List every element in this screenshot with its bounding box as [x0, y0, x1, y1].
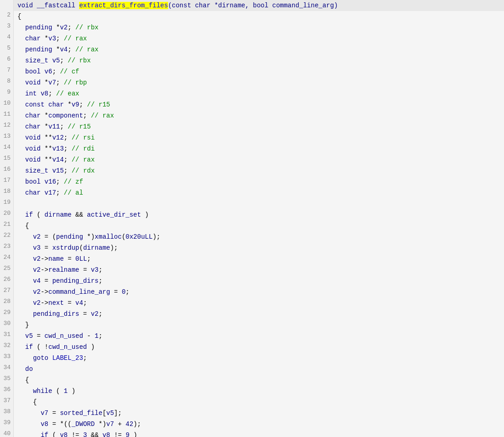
line-number: 24 — [0, 253, 14, 264]
code-line-content: while ( 1 ) — [14, 386, 504, 397]
code-line-content: { — [14, 397, 504, 408]
line-number: 2 — [0, 11, 14, 22]
line-number: 38 — [0, 408, 14, 419]
line-number: 30 — [0, 319, 14, 331]
code-line-content: { — [14, 375, 504, 386]
line-number: 34 — [0, 364, 14, 375]
line-number: 10 — [0, 99, 14, 110]
code-row: 24 v2->name = 0LL; — [0, 253, 504, 264]
line-number: 5 — [0, 44, 14, 55]
code-row: 31 v5 = cwd_n_used - 1; — [0, 331, 504, 342]
code-line-content: char *component; // rax — [14, 110, 504, 121]
line-number: 14 — [0, 143, 14, 154]
code-line-content: goto LABEL_23; — [14, 353, 504, 364]
line-number: 4 — [0, 33, 14, 44]
code-row: 20 if ( dirname && active_dir_set ) — [0, 209, 504, 220]
code-row: 14 void **v13; // rdi — [0, 143, 504, 154]
line-number: 28 — [0, 297, 14, 308]
code-line-content: void __fastcall extract_dirs_from_files(… — [14, 0, 504, 11]
code-line-content: int v8; // eax — [14, 88, 504, 99]
code-line-content: void *v7; // rbp — [14, 77, 504, 88]
code-row: 28 v2->next = v4; — [0, 297, 504, 308]
line-number: 18 — [0, 187, 14, 198]
code-line-content: if ( v8 != 3 && v8 != 9 ) — [14, 430, 504, 437]
line-number: 21 — [0, 220, 14, 231]
code-line-content: pending *v2; // rbx — [14, 22, 504, 33]
code-row: 11 char *component; // rax — [0, 110, 504, 121]
line-number: 11 — [0, 110, 14, 121]
code-row: 36 while ( 1 ) — [0, 386, 504, 397]
code-line-content: v2->realname = v3; — [14, 264, 504, 275]
code-row: 27 v2->command_line_arg = 0; — [0, 286, 504, 297]
line-number: 12 — [0, 121, 14, 132]
code-row: 15 void **v14; // rax — [0, 154, 504, 165]
code-row: 40 if ( v8 != 3 && v8 != 9 ) — [0, 430, 504, 437]
line-number: 22 — [0, 231, 14, 242]
code-line-content: char *v3; // rax — [14, 33, 504, 44]
code-table: void __fastcall extract_dirs_from_files(… — [0, 0, 504, 437]
code-line-content: void **v14; // rax — [14, 154, 504, 165]
code-row: 29 pending_dirs = v2; — [0, 308, 504, 319]
code-line-content: v7 = sorted_file[v5]; — [14, 408, 504, 419]
code-line-content: char *v11; // r15 — [14, 121, 504, 132]
code-row: 23 v3 = xstrdup(dirname); — [0, 242, 504, 253]
code-container: void __fastcall extract_dirs_from_files(… — [0, 0, 504, 437]
code-row: 30 } — [0, 319, 504, 331]
code-line-content: v3 = xstrdup(dirname); — [14, 242, 504, 253]
code-line-content — [14, 198, 504, 209]
line-number: 35 — [0, 375, 14, 386]
code-line-content: { — [14, 220, 504, 231]
code-line-content: if ( !cwd_n_used ) — [14, 342, 504, 353]
code-line-content: v2->next = v4; — [14, 297, 504, 308]
code-row: 9 int v8; // eax — [0, 88, 504, 99]
code-row: 21 { — [0, 220, 504, 231]
code-row: void __fastcall extract_dirs_from_files(… — [0, 0, 504, 11]
line-number: 9 — [0, 88, 14, 99]
line-number: 33 — [0, 353, 14, 364]
code-row: 10 const char *v9; // r15 — [0, 99, 504, 110]
code-line-content: v2->name = 0LL; — [14, 253, 504, 264]
code-row: 38 v7 = sorted_file[v5]; — [0, 408, 504, 419]
code-row: 25 v2->realname = v3; — [0, 264, 504, 275]
code-row: 35 { — [0, 375, 504, 386]
line-number: 26 — [0, 275, 14, 286]
code-line-content: void **v13; // rdi — [14, 143, 504, 154]
code-line-content: } — [14, 319, 504, 331]
code-line-content: void **v12; // rsi — [14, 132, 504, 143]
code-line-content: if ( dirname && active_dir_set ) — [14, 209, 504, 220]
code-line-content: v2 = (pending *)xmalloc(0x20uLL); — [14, 231, 504, 242]
code-line-content: const char *v9; // r15 — [14, 99, 504, 110]
code-line-content: v5 = cwd_n_used - 1; — [14, 331, 504, 342]
line-number: 36 — [0, 386, 14, 397]
code-row: 26 v4 = pending_dirs; — [0, 275, 504, 286]
code-row: 16 size_t v15; // rdx — [0, 165, 504, 176]
line-number: 39 — [0, 419, 14, 430]
code-row: 13 void **v12; // rsi — [0, 132, 504, 143]
code-line-content: v2->command_line_arg = 0; — [14, 286, 504, 297]
code-row: 39 v8 = *((_DWORD *)v7 + 42); — [0, 419, 504, 430]
line-number: 7 — [0, 66, 14, 77]
line-number — [0, 0, 14, 11]
line-number: 23 — [0, 242, 14, 253]
code-row: 33 goto LABEL_23; — [0, 353, 504, 364]
code-row: 34 do — [0, 364, 504, 375]
line-number: 40 — [0, 430, 14, 437]
line-number: 31 — [0, 331, 14, 342]
line-number: 6 — [0, 55, 14, 66]
code-line-content: pending_dirs = v2; — [14, 308, 504, 319]
line-number: 13 — [0, 132, 14, 143]
line-number: 17 — [0, 176, 14, 187]
line-number: 16 — [0, 165, 14, 176]
code-line-content: { — [14, 11, 504, 22]
code-line-content: char v17; // al — [14, 187, 504, 198]
code-row: 19 — [0, 198, 504, 209]
line-number: 27 — [0, 286, 14, 297]
line-number: 20 — [0, 209, 14, 220]
code-line-content: v4 = pending_dirs; — [14, 275, 504, 286]
code-row: 32 if ( !cwd_n_used ) — [0, 342, 504, 353]
code-line-content: v8 = *((_DWORD *)v7 + 42); — [14, 419, 504, 430]
code-row: 37 { — [0, 397, 504, 408]
line-number: 32 — [0, 342, 14, 353]
line-number: 37 — [0, 397, 14, 408]
line-number: 8 — [0, 77, 14, 88]
